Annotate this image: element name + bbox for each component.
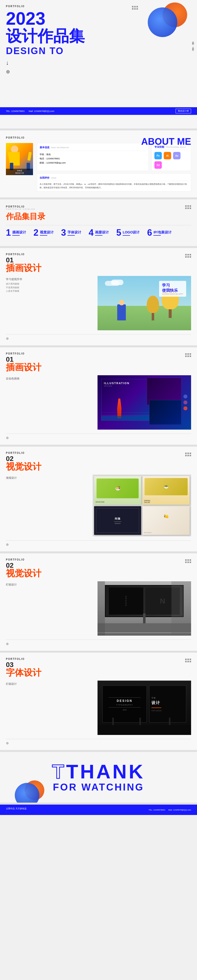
work3-dots [185,453,191,456]
work5-subtitle: 灯箱设计 [6,682,94,686]
work2-portfolio-label: PORTFOLIO [6,352,41,355]
illus1-text: 学习 使我快乐 LEARNING MAKES ME HAPPY [159,281,186,297]
gap-8 [0,750,197,752]
work3-num: 02 [6,455,41,462]
catalog-label-6: IP/包装设计 [153,230,172,235]
thanks-line1: TTHANK [52,762,145,782]
work5-image: DESIGN TYPOGRAPHY 2023 字体 设计 FONT DESIGN [98,681,191,735]
footer-arrow: ↓ [6,811,27,813]
work4-num: 02 [6,562,41,569]
about-photo: 张铁蛋 视觉设计师 [6,143,33,175]
work1-desc: 设计系列插画不变系列插画人直名字插画 [6,282,94,293]
work1-num: 01 [6,257,41,264]
catalog-portfolio-label: PORTFOLIO [6,205,191,208]
gap-7 [0,651,197,653]
work4-image: DESIGN N [98,581,191,636]
catalog-items: 1 插画设计 2 视觉设计 3 字体设计 4 画册设计 [6,228,191,240]
about-title: ABOUT ME [141,136,191,147]
work5-dots [185,659,191,662]
gap-5 [0,445,197,447]
catalog-item-2: 2 视觉设计 [33,228,54,237]
work2-title: 插画设计 [6,363,41,372]
work3-section: PORTFOLIO 02 视觉设计 海报设计 🍜 饭馆系列海报 🥗 [0,447,197,551]
work3-image: 🍜 饭馆系列海报 🥗 GREENSALAD 间隔 DESIGN [93,474,191,536]
skill-ai: Ai [164,152,171,159]
work1-portfolio-label: PORTFOLIO [6,253,41,256]
hero-dots-grid [132,6,138,10]
hero-mail: Mail: 12345678@QQ.com [29,110,54,112]
about-role: 视觉设计师 [15,172,24,174]
work5-left: 灯箱设计 [6,681,94,735]
work5-content: 灯箱设计 DESIGN TYPOGRAPHY 2023 字体 [6,681,191,735]
work2-subtitle: 近似色插画 [6,377,94,380]
hero-tel: TEL: 12345678901 [6,110,25,112]
work4-portfolio-label: PORTFOLIO [6,558,41,561]
catalog-label-1: 插画设计 [12,230,26,235]
thanks-text: TTHANK FOR WATCHING [52,762,145,793]
work4-subtitle: 灯箱设计 [6,583,94,587]
work3-left: 海报设计 [6,474,89,536]
catalog-item-4: 4 画册设计 [89,228,109,237]
work4-left: 灯箱设计 [6,581,94,636]
work4-title: 视觉设计 [6,569,41,578]
hero-section: PORTFOLIO 2023 设计作品集 DESIGN TO ↓ ⊕ 设计作品集… [0,0,197,129]
work3-content: 海报设计 🍜 饭馆系列海报 🥗 GREENSALAD 间隔 [6,474,191,536]
skill-ae: Ae [173,152,181,159]
about-self-eval-text: 本人性格开朗，善于交流，2年设计经验，精通ps、ai、cdr等软件；拥有丰富的电… [39,183,188,189]
hero-orb-blue [148,7,177,37]
work5-portfolio-label: PORTFOLIO [6,658,41,660]
catalog-title: 作品集目录 [6,211,191,222]
footer: 点赞作品 天天参收益 ↓ TEL: 12345678901 Mail: 1234… [0,805,197,815]
catalog-dots [185,205,191,209]
about-skills-panel: 专业技能 PROFESSIONAL SKILLS Ps Ai Ae Xd [152,143,191,171]
work2-left: 近似色插画 [6,375,94,430]
catalog-section: PORTFOLIO PORTFOLIO CATALOG 作品集目录 1 插画设计… [0,199,197,246]
about-basic-info-title: 基本信息 BASIC INFORMATION [39,145,146,151]
catalog-item-5: 5 LOGO设计 [116,228,140,237]
work5-section: PORTFOLIO 03 字体设计 灯箱设计 DESIGN TYPOGRAPHY [0,653,197,750]
work2-num: 01 [6,356,41,363]
work5-num: 03 [6,661,41,668]
footer-copyright: 点赞作品 天天参收益 [6,807,27,810]
footer-left: 点赞作品 天天参收益 ↓ [6,807,27,813]
work1-image: 学习 使我快乐 LEARNING MAKES ME HAPPY [98,276,191,330]
work1-content: 学习使我升华 设计系列插画不变系列插画人直名字插画 [6,276,191,330]
work1-left: 学习使我升华 设计系列插画不变系列插画人直名字插画 [6,276,94,330]
gap-4 [0,345,197,347]
thanks-line2: FOR WATCHING [52,782,145,793]
work2-image: ILLUSTRATION DESIGN [98,375,191,430]
footer-tel: TEL: 12345678901 [148,809,165,811]
about-self-eval-title: 自我评价 FROM [39,176,188,181]
about-name: 张铁蛋 [17,170,22,172]
work3-portfolio-label: PORTFOLIO [6,452,41,454]
gap-6 [0,551,197,554]
about-photo-label: 张铁蛋 视觉设计师 [6,169,33,175]
work3-title: 视觉设计 [6,462,41,471]
work3-subtitle: 海报设计 [6,476,89,480]
work4-dots [185,559,191,563]
catalog-label-2: 视觉设计 [40,230,54,235]
about-content: 张铁蛋 视觉设计师 基本信息 BASIC INFORMATION 学校：鱼粒 电… [6,143,191,191]
hero-arrow: ↓ [6,59,191,66]
catalog-label-3: 字体设计 [68,230,81,235]
gap-1 [0,129,197,130]
work5-title: 字体设计 [6,668,41,677]
work2-content: 近似色插画 ILLUSTRATION DESIGN [6,375,191,430]
thanks-t-letter: T [52,760,66,783]
hero-side-text: 设计作品集 | 天天参收益 [191,40,194,48]
footer-mail: Mail: 12345678@QQ.com [168,809,191,811]
about-self-eval: 自我评价 FROM 本人性格开朗，善于交流，2年设计经验，精通ps、ai、cdr… [37,173,191,191]
about-basic-info: 基本信息 BASIC INFORMATION 学校：鱼粒 电话：12345678… [37,143,149,171]
about-section: PORTFOLIO ABOUT ME 张铁蛋 视觉设计师 基本信息 BASIC [0,130,197,197]
catalog-item-6: 6 IP/包装设计 [147,228,172,237]
hero-title-en: DESIGN TO [6,46,191,56]
hero-contact-btn[interactable]: 预览设计师 [176,109,191,113]
skill-ps: Ps [154,152,162,159]
hero-contact-bar: TEL: 12345678901 Mail: 12345678@QQ.com 预… [0,107,197,115]
catalog-en-label: PORTFOLIO CATALOG [6,208,191,210]
catalog-label-4: 画册设计 [95,230,109,235]
thanks-section: TTHANK FOR WATCHING [0,752,197,803]
about-info-panel: 基本信息 BASIC INFORMATION 学校：鱼粒 电话：12345678… [37,143,191,191]
gap-2 [0,197,197,199]
work2-dots [185,353,191,357]
